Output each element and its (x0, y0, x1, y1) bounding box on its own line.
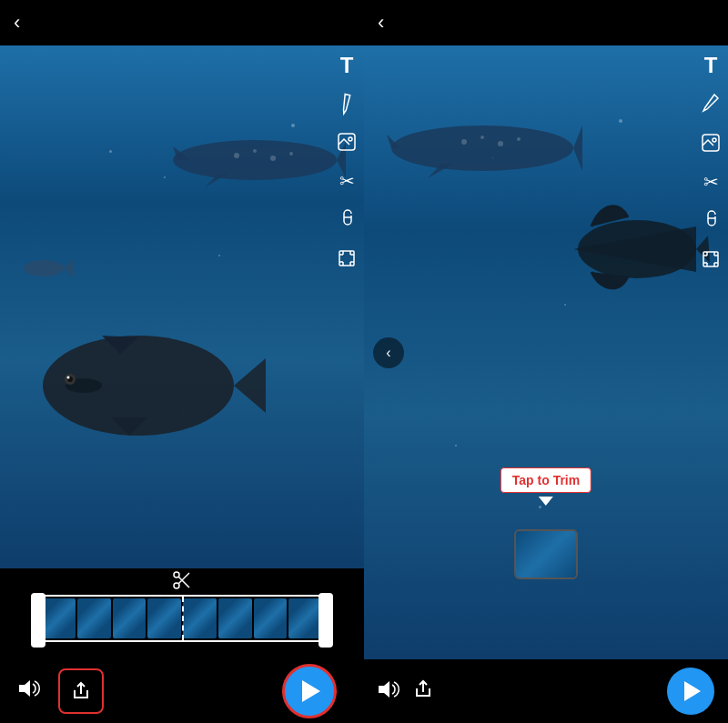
play-button-right[interactable] (667, 668, 714, 715)
svg-rect-41 (703, 252, 718, 266)
svg-marker-42 (379, 681, 389, 698)
nav-arrow-right[interactable]: ‹ (373, 337, 404, 368)
left-timeline-area (0, 568, 364, 659)
svg-marker-9 (234, 358, 266, 413)
svg-point-33 (498, 141, 503, 146)
svg-point-27 (391, 126, 573, 171)
frame-4 (147, 598, 181, 638)
sticker-tool-left[interactable] (337, 132, 357, 156)
left-top-bar: ‹ (0, 0, 364, 45)
clip-tool-left[interactable] (339, 206, 355, 232)
share-icon-right[interactable] (413, 679, 433, 703)
right-bottom-controls (364, 659, 728, 723)
svg-point-19 (349, 137, 352, 141)
right-panel: ‹ (364, 0, 728, 723)
timeline-handle-left[interactable] (31, 593, 46, 648)
svg-point-15 (67, 376, 70, 378)
text-tool-left[interactable]: T (340, 55, 354, 76)
crop-tool-right[interactable] (701, 249, 721, 273)
svg-point-6 (270, 156, 276, 161)
svg-point-7 (289, 152, 293, 156)
svg-point-22 (174, 572, 179, 577)
right-top-bar: ‹ (364, 0, 728, 45)
back-arrow-right[interactable]: ‹ (378, 11, 384, 35)
frame-2 (77, 598, 111, 638)
play-triangle-left (302, 680, 320, 702)
play-button-left[interactable] (282, 664, 337, 718)
volume-icon-left[interactable] (18, 679, 40, 703)
right-video-area: ‹ T ✂ (364, 45, 728, 659)
back-arrow-left[interactable]: ‹ (14, 11, 20, 35)
large-fish-left (29, 317, 266, 454)
scissors-tool-right[interactable]: ✂ (703, 173, 719, 191)
svg-point-34 (517, 137, 521, 141)
frame-3 (113, 598, 147, 638)
frame-7 (254, 598, 288, 638)
right-toolbar: T ✂ (701, 55, 721, 273)
left-bottom-controls (0, 659, 364, 723)
share-button-left[interactable] (58, 668, 104, 714)
crop-tool-left[interactable] (337, 248, 357, 272)
timeline-playhead (182, 597, 184, 640)
tap-to-trim-container[interactable]: Tap to Trim (500, 467, 592, 506)
frame-5 (183, 598, 217, 638)
svg-rect-21 (339, 251, 354, 266)
svg-point-31 (461, 139, 467, 145)
clip-tool-right[interactable] (703, 207, 719, 233)
left-panel: ‹ (0, 0, 364, 723)
svg-marker-28 (573, 126, 582, 171)
svg-point-39 (713, 138, 716, 142)
play-triangle-right (684, 681, 701, 701)
trim-thumbnail-image (516, 531, 576, 577)
svg-point-32 (480, 136, 484, 139)
pen-tool-left[interactable] (333, 90, 360, 119)
whale-shark-left (164, 124, 346, 196)
pen-tool-right[interactable] (702, 93, 720, 116)
whale-shark-right (382, 107, 582, 189)
svg-point-0 (173, 140, 337, 180)
scissors-timeline-icon (172, 570, 192, 595)
timeline-handle-right[interactable] (318, 593, 333, 648)
tap-to-trim-label[interactable]: Tap to Trim (500, 467, 592, 493)
svg-point-16 (24, 260, 64, 276)
svg-marker-17 (64, 259, 73, 277)
timeline-strip[interactable] (36, 595, 328, 642)
frame-6 (218, 598, 252, 638)
left-toolbar: T ✂ (337, 55, 357, 272)
svg-marker-26 (19, 680, 30, 697)
scissors-tool-left[interactable]: ✂ (339, 172, 355, 190)
frame-8 (288, 598, 322, 638)
small-fish-left (18, 255, 73, 282)
svg-point-4 (234, 153, 239, 158)
frame-1 (42, 598, 76, 638)
tap-to-trim-arrow (539, 497, 553, 506)
svg-point-5 (253, 149, 257, 153)
large-fish-right (573, 199, 710, 290)
svg-point-23 (174, 583, 179, 588)
trim-thumbnail[interactable] (514, 529, 578, 579)
text-tool-right[interactable]: T (704, 55, 718, 76)
volume-icon-right[interactable] (378, 680, 399, 703)
sticker-tool-right[interactable] (701, 133, 721, 156)
left-video-area: T ✂ (0, 45, 364, 568)
